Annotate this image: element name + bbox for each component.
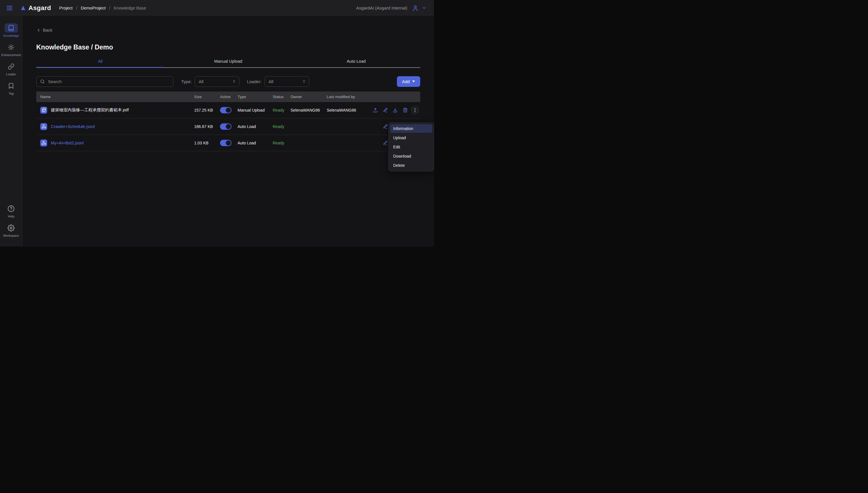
active-cell bbox=[220, 140, 238, 146]
sidebar-footer: Help Workspace bbox=[0, 204, 22, 246]
file-name: 建築物室內裝修—工程承攬契約書範本.pdf bbox=[51, 107, 129, 113]
help-circle-icon bbox=[5, 204, 18, 213]
tab-auto-load[interactable]: Auto Load bbox=[292, 59, 420, 68]
book-icon bbox=[5, 23, 18, 33]
edit-icon[interactable] bbox=[383, 108, 388, 113]
sidebar-item-loader[interactable]: Loader bbox=[0, 62, 22, 76]
svg-text:PDF: PDF bbox=[43, 109, 45, 110]
breadcrumb-project[interactable]: Project bbox=[59, 5, 73, 10]
column-header-active: Active bbox=[220, 94, 238, 99]
file-name-link[interactable]: Crawler+Schedule.jsonl bbox=[51, 124, 95, 129]
app-logo[interactable]: Asgard bbox=[20, 4, 51, 12]
column-header-size: Size bbox=[194, 94, 220, 99]
tab-manual-upload[interactable]: Manual Upload bbox=[164, 59, 292, 68]
filter-bar: Type: All Loader: All Add bbox=[36, 76, 420, 87]
chevron-left-icon bbox=[36, 28, 41, 33]
menu-item-edit[interactable]: Edit bbox=[390, 143, 432, 151]
triangle-logo-icon bbox=[20, 5, 26, 11]
search-box[interactable] bbox=[36, 76, 173, 87]
row-context-menu: Information Upload Edit Download Delete bbox=[389, 123, 434, 171]
file-name-link[interactable]: My+AI+Bot2.jsonl bbox=[51, 141, 84, 145]
breadcrumb: Project / DemoProject / Knowledge Base bbox=[59, 5, 146, 10]
table-row: PDF 建築物室內裝修—工程承攬契約書範本.pdf 157.25 KB Manu… bbox=[36, 102, 420, 119]
sidebar: Knowledge Enhancement Loader Tag bbox=[0, 16, 22, 246]
loader-filter-label: Loader: bbox=[247, 79, 262, 84]
column-header-status: Status bbox=[273, 94, 290, 99]
sidebar-item-enhancement[interactable]: Enhancement bbox=[0, 43, 22, 57]
file-type: Manual Upload bbox=[238, 108, 273, 112]
table-row: My+AI+Bot2.jsonl 1.03 KB Auto Load Ready bbox=[36, 135, 420, 151]
select-caret-icon bbox=[232, 79, 236, 83]
status-badge: Ready bbox=[273, 108, 290, 112]
menu-item-download[interactable]: Download bbox=[390, 152, 432, 160]
column-header-last-modified-by: Last modified by bbox=[327, 94, 370, 99]
type-select[interactable]: All bbox=[195, 76, 239, 87]
sidebar-item-label: Knowledge bbox=[3, 34, 19, 37]
header-account-area: AsgardAI (Asgard Internal) bbox=[356, 5, 427, 12]
hamburger-menu-icon[interactable] bbox=[5, 4, 14, 13]
status-badge: Ready bbox=[273, 141, 290, 145]
active-toggle[interactable] bbox=[220, 107, 232, 113]
file-name-cell: PDF 建築物室內裝修—工程承攬契約書範本.pdf bbox=[36, 107, 194, 114]
active-toggle[interactable] bbox=[220, 123, 232, 130]
type-select-value: All bbox=[199, 79, 203, 84]
file-type: Auto Load bbox=[238, 141, 273, 145]
upload-icon[interactable] bbox=[373, 108, 378, 113]
sun-icon bbox=[5, 43, 18, 52]
sidebar-item-knowledge[interactable]: Knowledge bbox=[0, 23, 22, 37]
more-actions-icon[interactable] bbox=[410, 106, 420, 115]
sidebar-item-label: Enhancement bbox=[1, 53, 21, 57]
active-toggle[interactable] bbox=[220, 140, 232, 146]
link-icon bbox=[5, 62, 18, 71]
bookmark-icon bbox=[5, 81, 18, 90]
chevron-down-icon[interactable] bbox=[421, 5, 427, 10]
app-window: Asgard Project / DemoProject / Knowledge… bbox=[0, 0, 434, 246]
jsonl-file-icon bbox=[40, 123, 47, 130]
add-button[interactable]: Add bbox=[397, 76, 420, 87]
sidebar-item-label: Help bbox=[8, 215, 14, 218]
edit-icon[interactable] bbox=[383, 141, 388, 146]
file-type: Auto Load bbox=[238, 124, 273, 129]
tab-all[interactable]: All bbox=[36, 59, 164, 68]
sidebar-item-tag[interactable]: Tag bbox=[0, 81, 22, 95]
file-size: 186.67 KB bbox=[194, 124, 220, 129]
file-name-cell: My+AI+Bot2.jsonl bbox=[36, 140, 194, 146]
column-header-type: Type bbox=[238, 94, 273, 99]
gear-icon bbox=[5, 223, 18, 232]
delete-icon[interactable] bbox=[403, 108, 408, 113]
active-cell bbox=[220, 123, 238, 130]
menu-item-information[interactable]: Information bbox=[390, 124, 432, 133]
select-caret-icon bbox=[302, 79, 306, 83]
account-label: AsgardAI (Asgard Internal) bbox=[356, 5, 407, 10]
back-button[interactable]: Back bbox=[36, 28, 52, 33]
sidebar-item-label: Workspace bbox=[3, 234, 19, 237]
breadcrumb-separator: / bbox=[76, 5, 77, 10]
breadcrumb-demoproject[interactable]: DemoProject bbox=[81, 5, 106, 10]
pdf-file-icon: PDF bbox=[40, 107, 47, 114]
column-header-name: Name bbox=[36, 94, 194, 99]
owner: SelenaWANG86 bbox=[290, 108, 327, 112]
caret-down-icon bbox=[412, 81, 415, 82]
breadcrumb-knowledge-base: Knowledge Base bbox=[114, 5, 146, 10]
breadcrumb-separator: / bbox=[109, 5, 110, 10]
search-input[interactable] bbox=[47, 79, 170, 84]
search-icon bbox=[40, 79, 45, 84]
sidebar-item-label: Loader bbox=[6, 72, 16, 76]
sidebar-item-help[interactable]: Help bbox=[0, 204, 22, 218]
add-button-label: Add bbox=[402, 79, 410, 84]
file-size: 1.03 KB bbox=[194, 141, 220, 145]
type-filter-label: Type: bbox=[181, 79, 192, 84]
user-icon[interactable] bbox=[412, 5, 419, 12]
toggle-knob bbox=[226, 124, 231, 129]
toggle-knob bbox=[226, 108, 231, 113]
tab-bar: All Manual Upload Auto Load bbox=[36, 59, 420, 68]
edit-icon[interactable] bbox=[383, 124, 388, 129]
sidebar-item-workspace[interactable]: Workspace bbox=[0, 223, 22, 237]
menu-item-delete[interactable]: Delete bbox=[390, 161, 432, 170]
menu-item-upload[interactable]: Upload bbox=[390, 133, 432, 142]
page-title: Knowledge Base / Demo bbox=[36, 43, 420, 51]
toggle-knob bbox=[226, 141, 231, 146]
download-icon[interactable] bbox=[393, 108, 398, 113]
loader-select[interactable]: All bbox=[265, 76, 309, 87]
knowledge-table: Name Size Active Type Status Owner Last … bbox=[36, 91, 420, 151]
